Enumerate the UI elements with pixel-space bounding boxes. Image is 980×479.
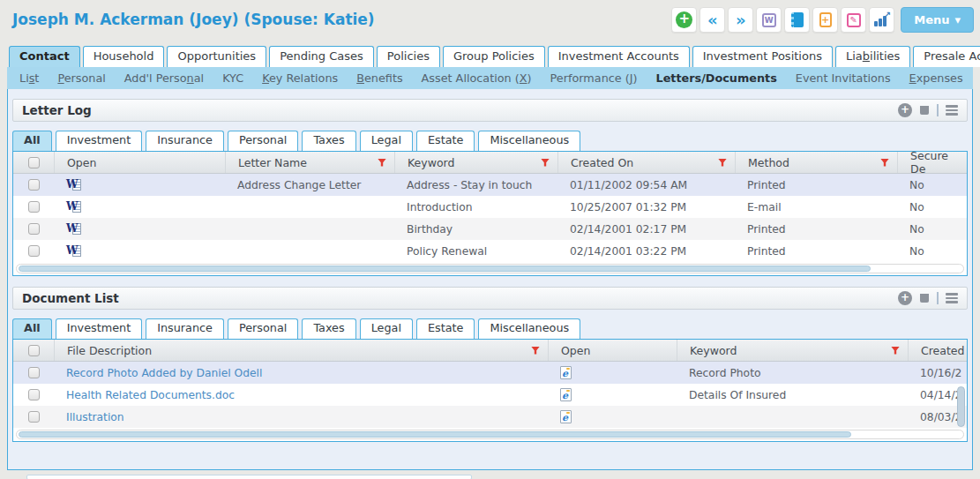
letter-filter-miscellaneous[interactable]: Miscellaneous bbox=[478, 131, 580, 151]
tab-investment-positions[interactable]: Investment Positions bbox=[692, 46, 833, 67]
compose-edit-button[interactable]: ✎ bbox=[841, 7, 866, 33]
add-record-button[interactable]: + bbox=[671, 7, 697, 33]
letter-filter-personal[interactable]: Personal bbox=[228, 131, 298, 151]
document-vertical-scrollbar[interactable] bbox=[957, 386, 965, 427]
subnav-benefits[interactable]: Benefits bbox=[356, 71, 402, 85]
letter-filter-insurance[interactable]: Insurance bbox=[146, 131, 224, 151]
tab-pending-cases[interactable]: Pending Cases bbox=[269, 46, 374, 67]
column-method[interactable]: Method bbox=[735, 152, 897, 173]
tab-household[interactable]: Household bbox=[83, 46, 165, 67]
table-row[interactable]: Illustration e 08/03/2 bbox=[13, 406, 967, 428]
filter-funnel-icon[interactable] bbox=[880, 159, 889, 167]
chart-trend-button[interactable]: ↗ bbox=[869, 7, 894, 33]
document-filter-taxes[interactable]: Taxes bbox=[302, 318, 355, 339]
subnav-list[interactable]: List bbox=[19, 71, 39, 85]
column-file-description[interactable]: File Description bbox=[54, 340, 548, 361]
scrollbar-thumb[interactable] bbox=[19, 431, 851, 438]
word-document-icon[interactable]: W bbox=[66, 200, 81, 214]
subnav-letters-documents[interactable]: Letters/Documents bbox=[656, 71, 777, 85]
tab-opportunities[interactable]: Opportunities bbox=[167, 46, 266, 67]
letter-delete-icon[interactable] bbox=[919, 106, 930, 115]
word-document-icon[interactable]: W bbox=[66, 222, 81, 236]
letter-filter-taxes[interactable]: Taxes bbox=[302, 131, 355, 151]
browser-document-icon[interactable]: e bbox=[560, 410, 572, 423]
document-delete-icon[interactable] bbox=[919, 294, 930, 303]
table-row[interactable]: Health Related Documents.doc e Details O… bbox=[13, 384, 967, 406]
subnav-addl-personal[interactable]: Add'l Personal bbox=[124, 71, 204, 85]
letter-filter-all[interactable]: All bbox=[12, 131, 52, 151]
tab-investment-accounts[interactable]: Investment Accounts bbox=[548, 46, 690, 67]
file-description-link[interactable]: Record Photo Added by Daniel Odell bbox=[54, 362, 548, 384]
next-record-button[interactable]: » bbox=[728, 7, 753, 33]
letter-filter-estate[interactable]: Estate bbox=[416, 131, 475, 151]
column-keyword[interactable]: Keyword bbox=[394, 152, 557, 173]
subnav-performance[interactable]: Performance (J) bbox=[550, 71, 638, 85]
document-filter-investment[interactable]: Investment bbox=[56, 318, 142, 339]
subnav-asset-allocation[interactable]: Asset Allocation (X) bbox=[422, 71, 532, 85]
select-all-checkbox[interactable] bbox=[28, 345, 40, 356]
column-created[interactable]: Created bbox=[908, 340, 967, 361]
column-secure-delivery[interactable]: Secure De bbox=[897, 152, 967, 173]
row-checkbox[interactable] bbox=[28, 411, 40, 423]
select-all-checkbox[interactable] bbox=[28, 157, 40, 168]
add-document-button[interactable]: + bbox=[812, 7, 838, 33]
document-filter-miscellaneous[interactable]: Miscellaneous bbox=[478, 318, 580, 339]
letter-filter-legal[interactable]: Legal bbox=[360, 131, 413, 151]
word-document-icon[interactable]: W bbox=[66, 178, 81, 192]
filter-funnel-icon[interactable] bbox=[378, 159, 386, 167]
edit-pencil-icon: ✎ bbox=[847, 13, 861, 27]
filter-funnel-icon[interactable] bbox=[718, 159, 727, 167]
subnav-personal[interactable]: Personal bbox=[57, 71, 105, 85]
file-description-link[interactable]: Illustration bbox=[54, 406, 548, 428]
document-list-menu-icon[interactable] bbox=[946, 291, 958, 305]
tab-contact[interactable]: Contact bbox=[9, 46, 80, 67]
letter-horizontal-scrollbar[interactable] bbox=[16, 264, 964, 273]
document-add-icon[interactable]: + bbox=[898, 291, 912, 305]
row-checkbox[interactable] bbox=[28, 367, 40, 378]
notebook-button[interactable] bbox=[784, 7, 810, 33]
letter-list-menu-icon[interactable] bbox=[946, 103, 958, 117]
tab-policies[interactable]: Policies bbox=[377, 46, 440, 67]
filter-funnel-icon[interactable] bbox=[531, 347, 540, 355]
letter-filter-investment[interactable]: Investment bbox=[56, 131, 142, 151]
document-horizontal-scrollbar[interactable] bbox=[16, 430, 964, 439]
row-checkbox[interactable] bbox=[28, 223, 40, 235]
document-filter-legal[interactable]: Legal bbox=[360, 318, 413, 339]
file-description-link[interactable]: Health Related Documents.doc bbox=[54, 384, 548, 406]
document-filter-insurance[interactable]: Insurance bbox=[146, 318, 224, 339]
table-row[interactable]: W Policy Renewal 02/14/2001 03:22 PM Pri… bbox=[13, 240, 967, 262]
scrollbar-thumb[interactable] bbox=[19, 266, 871, 272]
row-checkbox[interactable] bbox=[28, 389, 40, 400]
column-letter-name[interactable]: Letter Name bbox=[225, 152, 394, 173]
filter-funnel-icon[interactable] bbox=[541, 159, 550, 167]
subnav-expenses[interactable]: Expenses bbox=[909, 71, 963, 85]
subnav-key-relations[interactable]: Key Relations bbox=[262, 71, 338, 85]
table-row[interactable]: W Birthday 02/14/2001 02:17 PM Printed N… bbox=[13, 218, 967, 240]
row-checkbox[interactable] bbox=[28, 179, 40, 191]
menu-button[interactable]: Menu ▾ bbox=[901, 7, 974, 33]
tab-presale-activity-proposals[interactable]: Presale Activity/Proposals bbox=[913, 46, 980, 67]
tab-liabilities[interactable]: Liabilities bbox=[835, 46, 910, 67]
document-filter-estate[interactable]: Estate bbox=[416, 318, 475, 339]
browser-document-icon[interactable]: e bbox=[560, 388, 572, 401]
column-keyword[interactable]: Keyword bbox=[677, 340, 908, 361]
document-filter-personal[interactable]: Personal bbox=[228, 318, 298, 339]
subnav-event-invitations[interactable]: Event Invitations bbox=[796, 71, 891, 85]
table-row[interactable]: W Address Change Letter Address - Stay i… bbox=[13, 174, 967, 196]
column-created-on[interactable]: Created On bbox=[557, 152, 735, 173]
word-document-icon[interactable]: W bbox=[66, 244, 81, 258]
filter-funnel-icon[interactable] bbox=[891, 347, 900, 355]
document-filter-all[interactable]: All bbox=[12, 318, 52, 339]
table-row[interactable]: W Introduction 10/25/2007 01:32 PM E-mai… bbox=[13, 196, 967, 218]
tab-group-policies[interactable]: Group Policies bbox=[443, 46, 545, 67]
letter-add-icon[interactable]: + bbox=[898, 103, 912, 117]
word-letter-button[interactable]: W bbox=[756, 7, 782, 33]
table-row[interactable]: Record Photo Added by Daniel Odell e Rec… bbox=[13, 362, 967, 384]
subnav-kyc[interactable]: KYC bbox=[222, 71, 243, 85]
column-open[interactable]: Open bbox=[54, 152, 225, 173]
row-checkbox[interactable] bbox=[28, 201, 40, 213]
previous-record-button[interactable]: « bbox=[699, 7, 725, 33]
row-checkbox[interactable] bbox=[28, 245, 40, 257]
column-open[interactable]: Open bbox=[548, 340, 677, 361]
browser-document-icon[interactable]: e bbox=[560, 366, 572, 379]
